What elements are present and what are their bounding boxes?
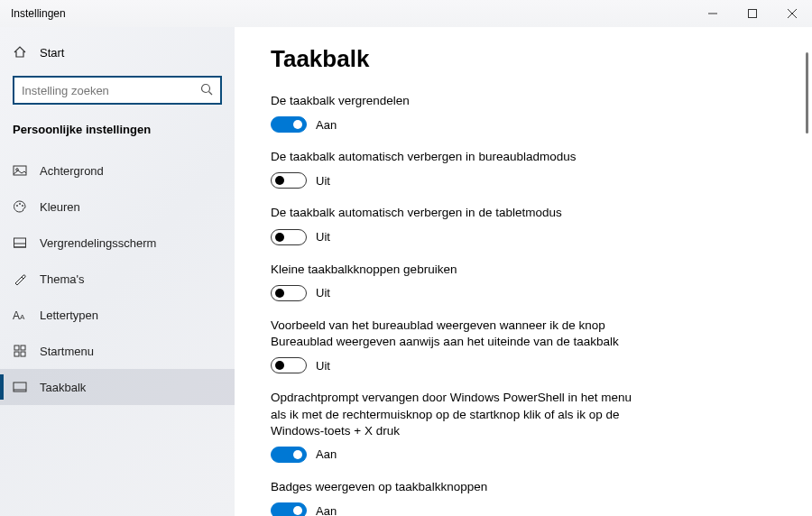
svg-point-9 (19, 203, 21, 205)
setting-label: Opdrachtprompt vervangen door Windows Po… (271, 390, 641, 439)
setting-row: Badges weergeven op taakbalkknoppenAan (271, 479, 641, 516)
setting-label: Badges weergeven op taakbalkknoppen (271, 479, 641, 495)
setting-row: De taakbalk vergrendelenAan (271, 93, 641, 133)
sidebar-item-kleuren[interactable]: Kleuren (0, 189, 235, 225)
setting-label: Voorbeeld van het bureaublad weergeven w… (271, 318, 641, 350)
toggle-state: Aan (316, 504, 337, 516)
svg-point-10 (22, 205, 23, 207)
svg-line-5 (209, 91, 213, 95)
svg-point-4 (202, 84, 210, 92)
toggle-state: Uit (316, 359, 330, 373)
toggle-switch[interactable] (271, 447, 307, 463)
search-input[interactable] (13, 76, 222, 105)
home-icon (13, 45, 27, 60)
setting-row: Voorbeeld van het bureaublad weergeven w… (271, 318, 641, 373)
svg-rect-16 (21, 346, 25, 350)
sidebar-item-startmenu[interactable]: Startmenu (0, 333, 235, 369)
toggle-switch[interactable] (271, 172, 307, 189)
sidebar-item-label: Taakbalk (40, 381, 86, 394)
sidebar-item-label: Lettertypen (40, 309, 98, 322)
toggle-state: Aan (316, 118, 337, 132)
lockscreen-icon (13, 235, 27, 250)
main-pane: Taakbalk De taakbalk vergrendelenAanDe t… (235, 27, 812, 516)
svg-rect-12 (14, 244, 26, 247)
maximize-button[interactable] (733, 0, 772, 27)
sidebar-item-label: Kleuren (40, 200, 80, 214)
page-title: Taakbalk (271, 45, 785, 73)
toggle-switch[interactable] (271, 229, 307, 245)
setting-label: De taakbalk automatisch verbergen in bur… (271, 149, 641, 165)
toggle-switch[interactable] (271, 502, 307, 516)
svg-text:A: A (13, 309, 20, 321)
sidebar-item-achtergrond[interactable]: Achtergrond (0, 152, 235, 189)
toggle-switch[interactable] (271, 357, 307, 373)
setting-row: De taakbalk automatisch verbergen in de … (271, 205, 641, 244)
toggle-state: Uit (316, 286, 330, 299)
toggle-state: Uit (316, 174, 330, 188)
nav-group-title: Persoonlijke instellingen (0, 119, 235, 152)
svg-point-8 (16, 205, 18, 207)
palette-icon (13, 199, 27, 214)
home-label: Start (40, 46, 64, 60)
setting-label: De taakbalk vergrendelen (271, 93, 641, 109)
search-icon (200, 83, 213, 98)
picture-icon (13, 163, 27, 178)
setting-row: De taakbalk automatisch verbergen in bur… (271, 149, 641, 189)
sidebar-item-label: Vergrendelingsscherm (40, 236, 156, 250)
sidebar-item-label: Thema's (40, 272, 84, 286)
sidebar-item-label: Startmenu (40, 345, 94, 358)
svg-text:A: A (20, 313, 25, 321)
sidebar: Start Persoonlijke instellingen Achtergr… (0, 27, 235, 516)
minimize-button[interactable] (693, 0, 733, 27)
setting-label: De taakbalk automatisch verbergen in de … (271, 205, 641, 221)
svg-rect-1 (749, 10, 757, 18)
font-icon: AA (13, 308, 27, 322)
toggle-switch[interactable] (271, 285, 307, 301)
toggle-state: Aan (316, 447, 337, 461)
titlebar: Instellingen (0, 0, 812, 27)
svg-rect-6 (14, 166, 26, 175)
setting-row: Opdrachtprompt vervangen door Windows Po… (271, 390, 641, 463)
scrollbar[interactable] (806, 52, 808, 134)
svg-rect-11 (14, 238, 26, 247)
sidebar-item-themas[interactable]: Thema's (0, 261, 235, 297)
svg-rect-17 (14, 352, 19, 356)
toggle-switch[interactable] (271, 116, 307, 133)
theme-icon (13, 272, 27, 286)
taskbar-icon (13, 380, 27, 394)
sidebar-item-taakbalk[interactable]: Taakbalk (0, 369, 235, 405)
sidebar-item-lettertypen[interactable]: AA Lettertypen (0, 297, 235, 333)
sidebar-item-label: Achtergrond (40, 164, 104, 178)
sidebar-item-vergrendelingsscherm[interactable]: Vergrendelingsscherm (0, 225, 235, 261)
svg-rect-18 (21, 352, 25, 356)
setting-label: Kleine taakbalkknoppen gebruiken (271, 262, 641, 278)
setting-row: Kleine taakbalkknoppen gebruikenUit (271, 262, 641, 301)
search-field[interactable] (22, 84, 200, 97)
start-icon (13, 344, 27, 358)
home-link[interactable]: Start (0, 40, 235, 72)
close-button[interactable] (772, 0, 812, 27)
window-title: Instellingen (11, 7, 66, 20)
svg-rect-15 (14, 346, 19, 350)
toggle-state: Uit (316, 230, 330, 244)
